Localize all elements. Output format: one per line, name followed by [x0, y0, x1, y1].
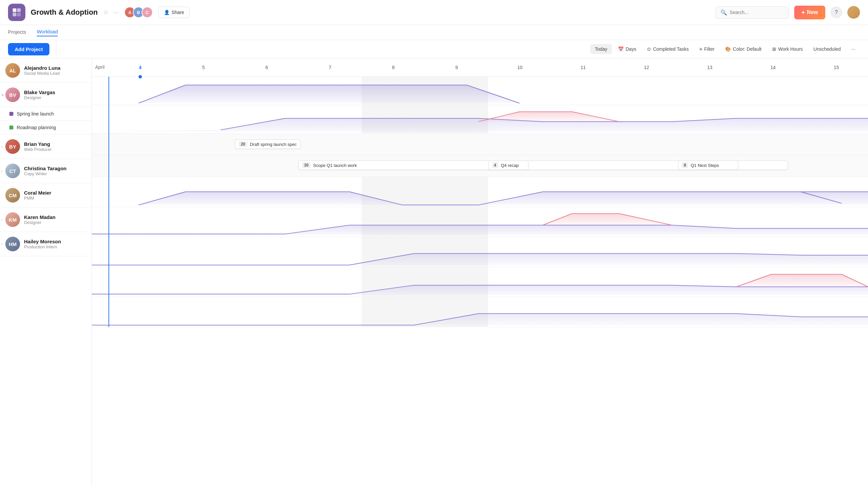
- svg-rect-0: [13, 8, 17, 12]
- search-input[interactable]: [730, 10, 784, 15]
- top-bar: Growth & Adoption ☆ ··· A B C 👤 Share 🔍 …: [0, 0, 868, 25]
- project-row-spring[interactable]: Spring line launch: [0, 107, 91, 121]
- workload-chart-brian: [92, 177, 868, 206]
- avatar-christina: CT: [5, 164, 20, 178]
- add-project-button[interactable]: Add Project: [8, 43, 50, 56]
- toolbar-divider: [56, 40, 56, 58]
- check-circle-icon: ⊙: [647, 46, 651, 52]
- app-title: Growth & Adoption: [31, 8, 98, 17]
- gantt-row-blake-main: [92, 105, 868, 133]
- date-14: 14: [741, 58, 805, 77]
- task-card-q4-recap[interactable]: 4 Q4 recap: [488, 161, 528, 170]
- person-info-hailey: Hailey Moreson Production Intern: [24, 239, 61, 249]
- workload-chart-christina: [92, 207, 868, 237]
- task-card-draft-spring[interactable]: 20 Draft spring launch spec: [235, 139, 301, 149]
- person-info-christina: Christina Taragon Copy Writer: [24, 166, 66, 176]
- main-layout: AL Alejandro Luna Social Media Lead ∨ BV…: [0, 58, 868, 486]
- gantt-row-karen: [92, 267, 868, 297]
- person-row-christina[interactable]: › CT Christina Taragon Copy Writer: [0, 159, 91, 183]
- toolbar: Add Project Today 📅 Days ⊙ Completed Tas…: [0, 40, 868, 58]
- expand-icon-christina: ›: [1, 169, 3, 173]
- task-num-30: 30: [302, 162, 310, 168]
- gantt-dates: 4 5 6 7 8 9 10 11 12 13 14 15: [92, 58, 868, 77]
- task-num-20: 20: [239, 141, 247, 147]
- search-icon: 🔍: [720, 9, 727, 16]
- workload-chart-hailey: [92, 297, 868, 327]
- filter-icon: ≡: [700, 46, 702, 52]
- gantt-body: 20 Draft spring launch spec 30 Scope Q1 …: [92, 77, 868, 327]
- task-card-q1-next[interactable]: 8 Q1 Next Steps: [678, 161, 738, 170]
- svg-marker-8: [92, 225, 868, 235]
- days-button[interactable]: 📅 Days: [613, 44, 641, 54]
- svg-marker-12: [736, 274, 868, 287]
- workload-chart-coral: [92, 237, 868, 267]
- filter-button[interactable]: ≡ Filter: [695, 44, 719, 54]
- top-right-actions: 🔍 + New ?: [715, 6, 860, 19]
- date-11: 11: [552, 58, 615, 77]
- tab-projects[interactable]: Projects: [8, 29, 26, 36]
- person-info-karen: Karen Madan Designer: [24, 214, 55, 225]
- svg-rect-1: [17, 8, 21, 12]
- team-avatars: A B C: [127, 7, 153, 18]
- person-row-alejandro[interactable]: AL Alejandro Luna Social Media Lead: [0, 58, 91, 83]
- date-15: 15: [805, 58, 868, 77]
- date-8: 8: [362, 58, 425, 77]
- svg-marker-10: [92, 253, 868, 265]
- app-logo: [8, 4, 25, 21]
- completed-tasks-button[interactable]: ⊙ Completed Tasks: [642, 44, 693, 54]
- person-row-karen[interactable]: › KM Karen Madan Designer: [0, 207, 91, 232]
- person-row-blake[interactable]: ∨ BV Blake Vargas Designer: [0, 83, 91, 107]
- gantt-header: April 4 5 6 7 8 9 10 11 12 13 14 15: [92, 58, 868, 77]
- color-button[interactable]: 🎨 Color: Default: [720, 44, 766, 54]
- avatar-hailey: HM: [5, 237, 20, 251]
- person-info-brian: Brian Yang Web Producer: [24, 141, 52, 152]
- gantt-area: April 4 5 6 7 8 9 10 11 12 13 14 15: [92, 58, 868, 486]
- avatar-karen: KM: [5, 212, 20, 227]
- person-row-hailey[interactable]: › HM Hailey Moreson Production Intern: [0, 232, 91, 256]
- share-icon: 👤: [164, 10, 169, 15]
- expand-icon-karen: ›: [1, 218, 3, 222]
- avatar-alejandro: AL: [5, 63, 20, 78]
- tab-workload[interactable]: Workload: [37, 29, 58, 36]
- workload-chart-karen: [92, 267, 868, 297]
- expand-icon-hailey: ›: [1, 242, 3, 246]
- work-hours-button[interactable]: ⊞ Work Hours: [768, 44, 808, 54]
- svg-marker-9: [543, 214, 672, 225]
- svg-marker-5: [92, 119, 868, 132]
- more-toolbar-button[interactable]: ···: [847, 44, 860, 54]
- nav-tabs: Projects Workload: [0, 25, 868, 40]
- date-7: 7: [299, 58, 362, 77]
- new-button[interactable]: + New: [794, 6, 825, 19]
- project-dot-roadmap: [9, 126, 13, 130]
- workload-chart-blake: [92, 105, 868, 133]
- person-row-brian[interactable]: › BY Brian Yang Web Producer: [0, 134, 91, 159]
- date-9: 9: [425, 58, 488, 77]
- share-button[interactable]: 👤 Share: [158, 7, 190, 18]
- toolbar-actions: Today 📅 Days ⊙ Completed Tasks ≡ Filter …: [590, 44, 860, 54]
- search-box[interactable]: 🔍: [715, 6, 789, 19]
- person-row-coral[interactable]: CM Coral Meier PMM: [0, 183, 91, 207]
- avatar-3: C: [142, 7, 153, 18]
- today-line: [108, 77, 109, 327]
- star-icon[interactable]: ☆: [103, 9, 108, 16]
- gantt-row-alejandro: [92, 77, 868, 105]
- user-avatar[interactable]: [847, 6, 860, 19]
- svg-marker-4: [138, 85, 868, 103]
- date-10: 10: [488, 58, 552, 77]
- expand-icon-brian: ›: [1, 144, 3, 149]
- avatar-brian: BY: [5, 139, 20, 154]
- plus-icon: +: [802, 9, 805, 16]
- project-dot-spring: [9, 112, 13, 116]
- grid-icon: ⊞: [772, 46, 776, 52]
- svg-rect-3: [17, 13, 21, 17]
- calendar-icon: 📅: [618, 46, 624, 52]
- unscheduled-button[interactable]: Unscheduled: [809, 44, 846, 54]
- workload-chart-alejandro: [92, 77, 868, 105]
- gantt-row-roadmap: 30 Scope Q1 launch work 4 Q4 recap 8 Q1 …: [92, 155, 868, 177]
- help-button[interactable]: ?: [831, 7, 842, 18]
- expand-icon-blake: ∨: [1, 93, 4, 97]
- project-row-roadmap[interactable]: Roadmap planning: [0, 121, 91, 134]
- svg-marker-13: [92, 314, 868, 325]
- today-button[interactable]: Today: [590, 44, 612, 54]
- more-options-icon[interactable]: ···: [114, 9, 119, 16]
